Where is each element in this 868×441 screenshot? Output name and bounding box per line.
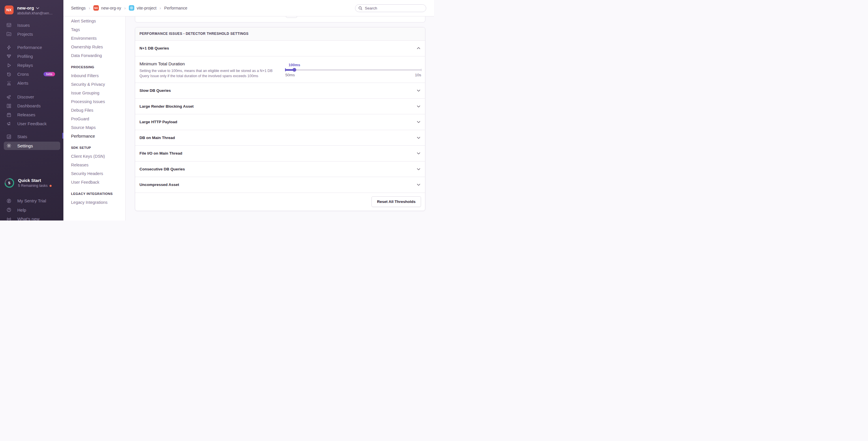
- sidebar-group-2: PerformanceProfilingReplaysCronsbetaAler…: [0, 43, 63, 88]
- settings-nav-item-source-maps[interactable]: Source Maps: [63, 123, 125, 132]
- settings-nav-item-processing-issues[interactable]: Processing Issues: [63, 97, 125, 106]
- breadcrumb: Settings›NXnew-org-xy›vite-project›Perfo…: [63, 5, 187, 11]
- reset-all-thresholds-button[interactable]: Reset All Thresholds: [371, 196, 421, 207]
- settings-nav-item-performance[interactable]: Performance: [63, 132, 125, 140]
- row-n-plus-one-db-queries[interactable]: N+1 DB Queries: [135, 41, 425, 57]
- sidebar-item-projects[interactable]: Projects: [0, 30, 63, 39]
- sidebar-item-help[interactable]: Help: [0, 206, 63, 215]
- row-file-i-o-on-main-thread[interactable]: File I/O on Main Thread: [135, 146, 425, 162]
- settings-nav-item-debug-files[interactable]: Debug Files: [63, 106, 125, 114]
- main-content: PERFORMANCE ISSUES - DETECTOR THRESHOLD …: [126, 16, 434, 221]
- sidebar-item-crons[interactable]: Cronsbeta: [0, 70, 63, 78]
- settings-nav-item-inbound-filters[interactable]: Inbound Filters: [63, 71, 125, 80]
- quick-start[interactable]: 5 Quick Start 5 Remaining tasks: [5, 178, 52, 188]
- settings-nav-item-ownership-rules[interactable]: Ownership Rules: [63, 43, 125, 51]
- slider-value: 100ms: [288, 63, 300, 67]
- sidebar-item-label: Help: [17, 208, 26, 212]
- slider-handle[interactable]: [292, 68, 297, 72]
- sidebar-group-4: StatsSettings: [0, 132, 63, 150]
- settings-nav-header-processing: PROCESSING: [63, 63, 125, 71]
- sidebar-nav: IssuesProjectsPerformanceProfilingReplay…: [0, 15, 63, 150]
- sidebar-item-profiling[interactable]: Profiling: [0, 52, 63, 61]
- settings-nav-item-data-forwarding[interactable]: Data Forwarding: [63, 51, 125, 60]
- breadcrumb-label: Settings: [71, 6, 86, 10]
- collapsed-rows: Slow DB QueriesLarge Render Blocking Ass…: [135, 83, 425, 193]
- row-consecutive-db-queries[interactable]: Consecutive DB Queries: [135, 162, 425, 177]
- react-project-icon: [129, 5, 134, 11]
- chevron-down-icon: [416, 136, 421, 140]
- performance-icon: [6, 45, 11, 50]
- sidebar-item-settings[interactable]: Settings: [4, 142, 61, 150]
- notification-dot: [50, 185, 52, 187]
- row-slow-db-queries[interactable]: Slow DB Queries: [135, 83, 425, 99]
- search-input[interactable]: [365, 6, 423, 10]
- quick-start-count: 5: [5, 178, 14, 188]
- settings-nav-header-legacy-integrations: LEGACY INTEGRATIONS: [63, 190, 125, 198]
- chevron-up-icon: [416, 46, 421, 50]
- sidebar-item-label: Performance: [17, 45, 42, 50]
- row-large-http-payload[interactable]: Large HTTP Payload: [135, 114, 425, 130]
- minimum-total-duration-setting: Minimum Total Duration Setting the value…: [135, 57, 425, 83]
- profiling-icon: [6, 54, 11, 59]
- sidebar-item-performance[interactable]: Performance: [0, 43, 63, 52]
- org-switcher[interactable]: NX new-org abdullah.khan@sen…: [0, 0, 63, 15]
- quick-start-title: Quick Start: [18, 178, 52, 183]
- slider-start-cap: [285, 68, 286, 71]
- sidebar-item-dashboards[interactable]: Dashboards: [0, 101, 63, 110]
- row-title: Large HTTP Payload: [140, 120, 177, 124]
- chevron-down-icon: [416, 89, 421, 93]
- org-badge-icon: NX: [93, 5, 99, 11]
- settings-nav-item-alert-settings[interactable]: Alert Settings: [63, 17, 125, 25]
- breadcrumb-new-org-xy[interactable]: NXnew-org-xy: [93, 5, 121, 11]
- sidebar-item-what-s-new[interactable]: What's new: [0, 214, 63, 220]
- sidebar-item-my-sentry-trial[interactable]: My Sentry Trial: [0, 196, 63, 206]
- sidebar-item-stats[interactable]: Stats: [0, 132, 63, 141]
- settings-nav-item-user-feedback[interactable]: User Feedback: [63, 178, 125, 186]
- row-db-on-main-thread[interactable]: DB on Main Thread: [135, 130, 425, 146]
- sidebar-item-label: Stats: [17, 134, 27, 139]
- row-title: Uncompressed Asset: [140, 182, 179, 187]
- slider-min-label: 50ms: [285, 73, 295, 77]
- settings-nav-item-client-keys-dsn[interactable]: Client Keys (DSN): [63, 152, 125, 161]
- settings-nav-item-issue-grouping[interactable]: Issue Grouping: [63, 89, 125, 97]
- settings-nav-item-security-headers[interactable]: Security Headers: [63, 169, 125, 178]
- sidebar-item-label: Profiling: [17, 54, 33, 59]
- chevron-down-icon: [36, 7, 39, 9]
- sidebar-item-replays[interactable]: Replays: [0, 61, 63, 70]
- row-uncompressed-asset[interactable]: Uncompressed Asset: [135, 177, 425, 193]
- settings-nav-item-tags[interactable]: Tags: [63, 25, 125, 34]
- dashboards-icon: [6, 103, 11, 108]
- settings-nav-item-proguard[interactable]: ProGuard: [63, 114, 125, 123]
- settings-nav-item-releases[interactable]: Releases: [63, 161, 125, 169]
- settings-nav-item-environments[interactable]: Environments: [63, 34, 125, 43]
- row-title: Large Render Blocking Asset: [140, 104, 194, 108]
- sidebar-item-user-feedback[interactable]: User Feedback: [0, 119, 63, 128]
- sidebar-item-issues[interactable]: Issues: [0, 21, 63, 30]
- search-box[interactable]: [355, 4, 426, 12]
- sidebar-item-discover[interactable]: Discover: [0, 92, 63, 101]
- row-title: File I/O on Main Thread: [140, 151, 182, 156]
- breadcrumb-settings[interactable]: Settings: [71, 6, 86, 10]
- beta-badge: beta: [43, 72, 55, 76]
- org-avatar: NX: [5, 5, 13, 14]
- duration-slider[interactable]: 100ms 50ms 10s: [285, 57, 421, 82]
- sidebar-item-releases[interactable]: Releases: [0, 110, 63, 119]
- sidebar-item-label: Discover: [17, 94, 34, 99]
- breadcrumb-performance[interactable]: Performance: [164, 6, 187, 10]
- projects-icon: [6, 31, 11, 37]
- sidebar-item-label: My Sentry Trial: [17, 198, 46, 203]
- chevron-down-icon: [416, 151, 421, 156]
- sidebar-item-label: What's new: [17, 216, 39, 220]
- sidebar-item-alerts[interactable]: Alerts: [0, 78, 63, 88]
- sidebar-item-label: Crons: [17, 72, 29, 76]
- chevron-down-icon: [416, 104, 421, 108]
- releases-icon: [6, 112, 11, 117]
- breadcrumb-vite-project[interactable]: vite-project: [129, 5, 156, 11]
- slider-max-label: 10s: [415, 73, 421, 77]
- org-email: abdullah.khan@sen…: [17, 11, 53, 15]
- row-large-render-blocking-asset[interactable]: Large Render Blocking Asset: [135, 99, 425, 114]
- settings-nav-item-legacy-integrations[interactable]: Legacy Integrations: [63, 198, 125, 207]
- slider-track[interactable]: [285, 69, 421, 70]
- chevron-down-icon: [416, 182, 421, 187]
- settings-nav-item-security-privacy[interactable]: Security & Privacy: [63, 80, 125, 89]
